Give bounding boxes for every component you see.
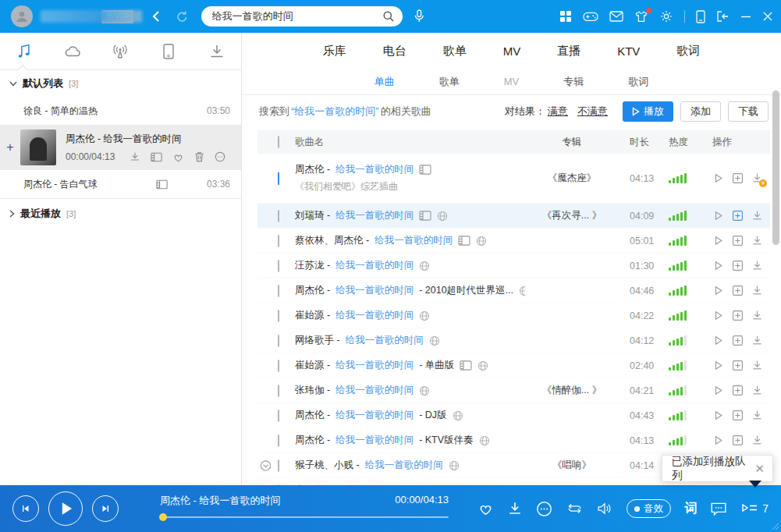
play-all-button[interactable]: 播放 [623,101,673,122]
source-globe-icon[interactable] [419,310,430,321]
song-name-link[interactable]: 给我一首歌的时间 [335,434,414,447]
tab-radio[interactable]: 电台 [383,44,406,59]
download-icon[interactable] [751,410,763,421]
source-globe-icon[interactable] [419,385,430,396]
song-row[interactable]: 周杰伦 - 给我一首歌的时间 - 2010超时代世界巡...04:46 [257,278,770,303]
source-globe-icon[interactable] [519,286,525,296]
search-icon[interactable] [382,10,395,23]
add-to-playlist-icon[interactable] [732,235,744,246]
expand-similar-icon[interactable] [260,459,272,471]
download-icon[interactable] [751,360,763,371]
album-art[interactable] [20,129,56,165]
playlist-song-2-active[interactable]: + 周杰伦 - 给我一首歌的时间 00:00/04:13 [0,125,241,170]
download-icon[interactable] [130,151,140,162]
song-name-link[interactable]: 给我一首歌的时间 [335,409,414,422]
sound-effect-button[interactable]: 音效 [627,499,671,518]
plus-icon[interactable]: + [0,140,20,154]
source-globe-icon[interactable] [479,435,490,446]
row-checkbox[interactable] [278,285,279,297]
add-to-playlist-icon[interactable] [732,385,744,396]
heart-icon[interactable] [172,152,184,162]
row-checkbox[interactable] [278,434,279,447]
add-to-playlist-icon[interactable] [732,360,744,371]
add-button[interactable]: 添加 [680,101,721,122]
row-checkbox[interactable] [278,459,279,472]
volume-icon[interactable] [597,502,613,516]
download-icon[interactable] [751,235,763,246]
play-icon[interactable] [712,360,724,371]
feedback-like-link[interactable]: 满意 [548,105,568,119]
download-icon[interactable]: ¥ [751,172,763,184]
play-icon[interactable] [712,385,724,396]
row-checkbox[interactable] [278,335,279,347]
select-all-checkbox[interactable] [278,136,279,148]
playlist-song-3[interactable]: 周杰伦 - 告白气球 03:36 [0,170,241,198]
source-globe-icon[interactable] [449,460,460,471]
song-name-link[interactable]: 给我一首歌的时间 [335,163,414,176]
feedback-dislike-link[interactable]: 不满意 [577,105,608,119]
search-box[interactable] [201,6,403,27]
mv-icon[interactable] [419,211,431,221]
playlist-song-1[interactable]: 徐良 - 简单的温热 03:50 [0,97,241,125]
mv-icon[interactable] [458,236,470,246]
source-globe-icon[interactable] [429,335,440,346]
minimize-icon[interactable] [740,11,751,22]
refresh-icon[interactable] [176,10,189,23]
song-row[interactable]: 周杰伦 - 给我一首歌的时间 - DJ版04:43 [257,403,770,428]
heart-icon[interactable] [477,502,494,516]
mini-mode-icon[interactable] [716,10,730,23]
toast-close-icon[interactable]: ✕ [754,462,765,476]
add-to-playlist-icon[interactable] [732,410,744,421]
song-name-link[interactable]: 给我一首歌的时间 [335,309,414,322]
add-to-playlist-icon[interactable] [732,434,744,446]
row-checkbox[interactable] [278,210,279,222]
next-button[interactable] [92,495,119,522]
add-to-playlist-icon[interactable] [732,210,744,222]
settings-gear-icon[interactable] [659,9,673,23]
source-globe-icon[interactable] [437,211,448,222]
row-checkbox[interactable] [278,235,279,247]
mv-icon[interactable] [151,152,162,162]
mv-icon[interactable] [460,360,472,371]
row-checkbox[interactable] [278,385,279,397]
apps-grid-icon[interactable] [559,10,572,23]
play-icon[interactable] [712,285,724,296]
comment-icon[interactable] [710,501,727,516]
download-icon[interactable] [751,335,763,346]
song-name-link[interactable]: 给我一首歌的时间 [335,259,414,272]
tab-library[interactable]: 乐库 [323,44,346,59]
play-icon[interactable] [712,172,724,184]
mv-icon[interactable] [419,165,431,175]
more-icon[interactable] [215,151,225,162]
download-tab-icon[interactable] [193,43,241,60]
more-icon[interactable] [536,501,552,517]
play-icon[interactable] [712,235,724,246]
song-row[interactable]: 周杰伦 - 给我一首歌的时间 - KTV版伴奏04:13 [257,428,770,453]
music-tab-icon[interactable] [0,43,48,60]
cloud-tab-icon[interactable] [48,43,97,60]
search-input[interactable] [212,11,382,23]
recent-played-header[interactable]: 最近播放 [3] [0,198,241,228]
download-icon[interactable] [751,210,763,222]
song-name-link[interactable]: 给我一首歌的时间 [335,209,414,222]
download-icon[interactable] [507,501,523,516]
tab-lyrics[interactable]: 歌词 [676,44,700,59]
default-playlist-header[interactable]: 默认列表 [3] [0,70,241,97]
tab-ktv[interactable]: KTV [617,44,640,58]
now-playing-title[interactable]: 周杰伦 - 给我一首歌的时间 [160,494,281,508]
source-globe-icon[interactable] [419,261,430,271]
song-name-link[interactable]: 给我一首歌的时间 [335,284,414,297]
play-button[interactable] [48,491,83,526]
subtab-album[interactable]: 专辑 [563,75,584,89]
device-icon[interactable] [696,10,705,23]
play-icon[interactable] [712,310,724,321]
song-row[interactable]: 崔始源 - 给我一首歌的时间04:22 [257,303,770,328]
source-globe-icon[interactable] [477,360,488,371]
subtab-single[interactable]: 单曲 [375,75,395,89]
play-icon[interactable] [712,260,724,271]
avatar[interactable] [11,5,33,27]
play-icon[interactable] [712,434,724,446]
mail-icon[interactable] [609,11,623,22]
add-to-playlist-icon[interactable] [732,310,744,321]
row-checkbox[interactable] [278,260,279,272]
